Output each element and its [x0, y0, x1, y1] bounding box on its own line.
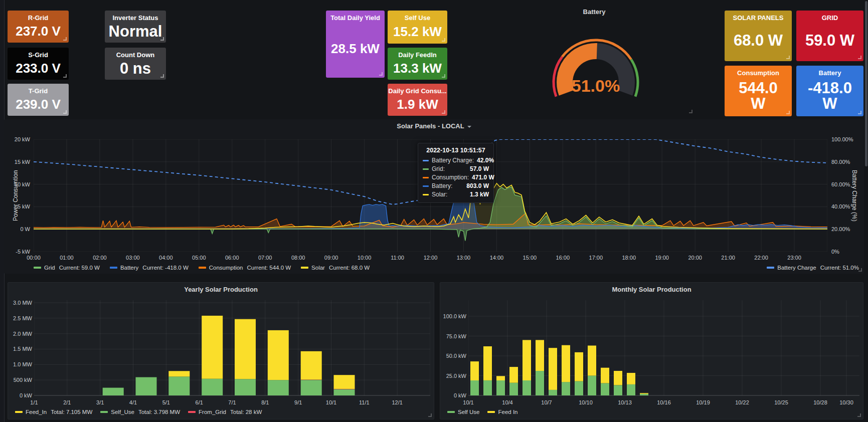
stat-solar-panels[interactable]: SOLAR PANELS 68.0 W — [725, 11, 792, 61]
stat-t-grid[interactable]: T-Grid 239.0 V — [8, 84, 69, 116]
panel-title[interactable]: Monthly Solar Production — [440, 286, 863, 293]
bar-self-use-10-2[interactable] — [483, 380, 492, 395]
bar-feed-in-10-1[interactable] — [334, 375, 355, 389]
stat-title: Daily Grid Consu... — [388, 87, 446, 95]
tooltip-series-value: 57.0 W — [470, 165, 489, 173]
stat-value: 544.0 W — [731, 77, 785, 114]
bar-self-use-10-1[interactable] — [334, 389, 355, 395]
legend-series-value: Current: 59.0 W — [59, 265, 100, 271]
legend-item-solar[interactable]: SolarCurrent: 68.0 W — [301, 265, 370, 271]
stat-self-use[interactable]: Self Use 15.2 kW — [388, 11, 447, 44]
chart-tooltip: 2022-10-13 10:51:57 Battery Charge:42.0%… — [418, 143, 494, 203]
bar-feed-in-10-13[interactable] — [627, 373, 635, 384]
bar-feed-in-8-1[interactable] — [268, 330, 289, 380]
legend-item-self-use[interactable]: Self_UseTotal: 3.798 MW — [100, 409, 180, 415]
bar-feed-in-10-2[interactable] — [483, 346, 492, 380]
y-axis-tick: 0 kW — [441, 392, 466, 399]
scrollbar-thumb[interactable] — [865, 1, 867, 166]
bar-self-use-10-11[interactable] — [601, 383, 609, 396]
chevron-down-icon[interactable] — [467, 126, 471, 128]
monthly-bar-chart[interactable] — [468, 300, 859, 398]
stat-value: Normal — [109, 22, 162, 41]
panel-title[interactable]: Solar Panels - LOCAL — [4, 122, 864, 130]
bar-feed-in-10-9[interactable] — [575, 352, 583, 381]
bar-feed-in-10-7[interactable] — [549, 348, 557, 390]
bar-feed-in-5-1[interactable] — [168, 371, 190, 376]
x-axis-tick: 10:00 — [358, 255, 372, 261]
bar-self-use-10-3[interactable] — [496, 380, 505, 395]
stat-consumption[interactable]: Consumption 544.0 W — [725, 66, 792, 116]
legend-item-battery[interactable]: BatteryCurrent: -418.0 W — [110, 265, 189, 271]
bar-self-use-4-1[interactable] — [136, 377, 157, 395]
stat-grid[interactable]: GRID 59.0 W — [796, 11, 863, 61]
bar-self-use-10-13[interactable] — [627, 384, 635, 395]
bar-feed-in-9-1[interactable] — [301, 351, 322, 380]
bar-feed-in-10-4[interactable] — [509, 367, 518, 383]
bar-self-use-10-14[interactable] — [640, 394, 648, 395]
bar-feed-in-10-10[interactable] — [588, 346, 596, 376]
bar-self-use-10-5[interactable] — [523, 380, 531, 395]
stat-title: Inverter Status — [112, 14, 158, 22]
bar-self-use-3-1[interactable] — [103, 388, 124, 395]
x-axis-tick: 12/1 — [392, 399, 402, 406]
stat-total-daily-yield[interactable]: Total Daily Yield 28.5 kW — [326, 11, 385, 78]
scrollbar[interactable] — [864, 0, 868, 422]
bar-self-use-10-12[interactable] — [614, 385, 622, 396]
bar-self-use-10-8[interactable] — [562, 382, 570, 395]
legend-color-swatch — [34, 267, 41, 269]
bar-self-use-10-9[interactable] — [575, 381, 583, 395]
bar-feed-in-10-11[interactable] — [601, 368, 609, 383]
legend-item-feed-in[interactable]: Feed_InTotal: 7.105 MW — [15, 409, 92, 415]
bar-feed-in-10-3[interactable] — [496, 376, 505, 380]
y-axis-tick-right: 60.00% — [831, 181, 861, 188]
stat-s-grid[interactable]: S-Grid 233.0 V — [8, 48, 69, 80]
legend-series-value: Total: 28 kW — [230, 409, 262, 415]
stat-daily-grid-consumption[interactable]: Daily Grid Consu... 1.9 kW — [388, 84, 447, 116]
y-axis-label-right: Battery Charge (%) — [851, 139, 858, 252]
bar-self-use-9-1[interactable] — [301, 380, 322, 395]
stat-inverter-status[interactable]: Inverter Status Normal — [105, 11, 166, 43]
panel-title[interactable]: Yearly Solar Production — [8, 286, 434, 293]
bar-from-grid-9-1[interactable] — [301, 380, 322, 380]
stat-value: 28.5 kW — [331, 22, 380, 76]
bar-self-use-6-1[interactable] — [202, 379, 223, 395]
bar-feed-in-10-1[interactable] — [470, 361, 479, 380]
legend-item-self-use[interactable]: Self Use — [447, 409, 479, 415]
bar-feed-in-7-1[interactable] — [235, 319, 256, 379]
bar-feed-in-10-6[interactable] — [536, 340, 544, 371]
panel-title[interactable]: Battery — [494, 8, 695, 16]
stat-battery[interactable]: Battery -418.0 W — [796, 66, 863, 116]
tooltip-series-color — [423, 160, 429, 161]
bar-self-use-10-4[interactable] — [509, 383, 518, 395]
bar-self-use-5-1[interactable] — [168, 376, 190, 395]
x-axis-tick: 15:00 — [523, 255, 537, 261]
legend-item-feed-in[interactable]: Feed In — [487, 409, 517, 415]
y-axis-tick-left: 10 kW — [6, 181, 30, 188]
bar-self-use-10-7[interactable] — [549, 390, 557, 395]
bar-feed-in-10-12[interactable] — [614, 371, 622, 385]
stat-daily-feedin[interactable]: Daily FeedIn 13.3 kW — [388, 48, 447, 80]
x-axis-tick: 23:00 — [787, 255, 801, 261]
bar-feed-in-10-8[interactable] — [562, 345, 570, 382]
legend-item-consumption[interactable]: ConsumptionCurrent: 544.0 W — [199, 265, 291, 271]
y-axis-tick-right: 80.00% — [831, 159, 861, 165]
bar-from-grid-10-1[interactable] — [334, 389, 355, 389]
bar-feed-in-10-5[interactable] — [523, 340, 531, 380]
stat-r-grid[interactable]: R-Grid 237.0 V — [8, 11, 69, 43]
bar-feed-in-10-14[interactable] — [640, 393, 648, 394]
bar-self-use-10-10[interactable] — [588, 376, 596, 396]
bar-self-use-8-1[interactable] — [268, 380, 289, 395]
yearly-bar-chart[interactable] — [34, 300, 430, 398]
bar-self-use-10-6[interactable] — [536, 371, 544, 395]
legend-item-battery-charge[interactable]: Battery ChargeCurrent: 51.0% — [767, 265, 859, 271]
bar-self-use-10-1[interactable] — [470, 380, 479, 395]
x-axis-tick: 3/1 — [96, 399, 104, 406]
x-axis-tick: 10/4 — [502, 399, 512, 406]
legend-color-swatch — [199, 267, 206, 269]
bar-feed-in-6-1[interactable] — [202, 316, 223, 379]
bar-self-use-7-1[interactable] — [235, 379, 256, 395]
legend-item-from-grid[interactable]: From_GridTotal: 28 kW — [188, 409, 262, 415]
y-axis-tick: 0 kW — [9, 392, 32, 399]
stat-count-down[interactable]: Count Down 0 ns — [105, 48, 166, 80]
legend-item-grid[interactable]: GridCurrent: 59.0 W — [34, 265, 100, 271]
